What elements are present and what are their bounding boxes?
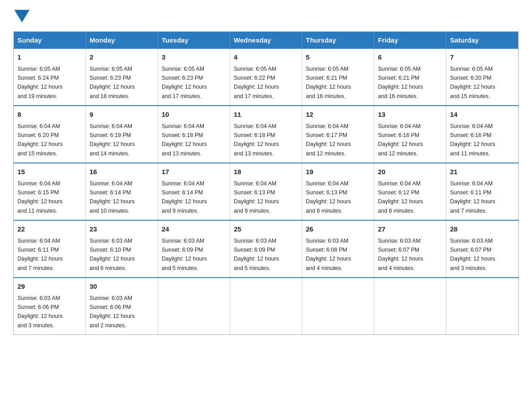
day-info: Sunrise: 6:04 AMSunset: 6:14 PMDaylight:…	[162, 180, 207, 214]
day-number: 28	[450, 224, 515, 235]
calendar-week-row: 15 Sunrise: 6:04 AMSunset: 6:15 PMDaylig…	[14, 163, 519, 220]
calendar-cell: 16 Sunrise: 6:04 AMSunset: 6:14 PMDaylig…	[86, 163, 158, 220]
calendar-cell: 22 Sunrise: 6:04 AMSunset: 6:11 PMDaylig…	[14, 220, 86, 278]
calendar-cell: 4 Sunrise: 6:05 AMSunset: 6:22 PMDayligh…	[230, 49, 302, 106]
day-info: Sunrise: 6:05 AMSunset: 6:20 PMDaylight:…	[450, 66, 495, 99]
calendar-cell: 8 Sunrise: 6:04 AMSunset: 6:20 PMDayligh…	[14, 106, 86, 163]
calendar-cell: 13 Sunrise: 6:04 AMSunset: 6:16 PMDaylig…	[374, 106, 446, 163]
day-number: 2	[90, 52, 154, 63]
day-info: Sunrise: 6:03 AMSunset: 6:06 PMDaylight:…	[90, 295, 135, 329]
day-info: Sunrise: 6:03 AMSunset: 6:10 PMDaylight:…	[90, 238, 135, 271]
calendar-cell	[230, 278, 302, 335]
day-info: Sunrise: 6:04 AMSunset: 6:11 PMDaylight:…	[17, 238, 63, 271]
calendar-cell: 14 Sunrise: 6:04 AMSunset: 6:16 PMDaylig…	[446, 106, 519, 163]
calendar-cell: 11 Sunrise: 6:04 AMSunset: 6:18 PMDaylig…	[230, 106, 302, 163]
day-number: 3	[162, 52, 226, 63]
day-info: Sunrise: 6:04 AMSunset: 6:17 PMDaylight:…	[306, 123, 351, 157]
day-info: Sunrise: 6:04 AMSunset: 6:18 PMDaylight:…	[234, 123, 279, 157]
calendar-cell: 10 Sunrise: 6:04 AMSunset: 6:18 PMDaylig…	[158, 106, 230, 163]
page-header	[13, 9, 519, 23]
day-info: Sunrise: 6:03 AMSunset: 6:07 PMDaylight:…	[450, 238, 495, 271]
calendar-cell: 1 Sunrise: 6:05 AMSunset: 6:24 PMDayligh…	[14, 49, 86, 106]
day-info: Sunrise: 6:03 AMSunset: 6:06 PMDaylight:…	[17, 295, 63, 329]
day-info: Sunrise: 6:04 AMSunset: 6:16 PMDaylight:…	[450, 123, 495, 157]
calendar-week-row: 29 Sunrise: 6:03 AMSunset: 6:06 PMDaylig…	[14, 278, 519, 335]
day-info: Sunrise: 6:03 AMSunset: 6:07 PMDaylight:…	[378, 238, 423, 271]
calendar-cell	[374, 278, 446, 335]
day-number: 10	[162, 110, 226, 120]
day-number: 14	[450, 110, 515, 120]
calendar-table: SundayMondayTuesdayWednesdayThursdayFrid…	[13, 31, 519, 335]
day-info: Sunrise: 6:04 AMSunset: 6:12 PMDaylight:…	[378, 180, 423, 214]
day-number: 13	[378, 110, 442, 120]
day-number: 24	[162, 224, 226, 235]
weekday-header-thursday: Thursday	[302, 32, 374, 49]
calendar-cell	[446, 278, 519, 335]
day-info: Sunrise: 6:04 AMSunset: 6:18 PMDaylight:…	[162, 123, 207, 157]
day-info: Sunrise: 6:03 AMSunset: 6:08 PMDaylight:…	[306, 238, 351, 271]
day-number: 27	[378, 224, 442, 235]
day-number: 23	[90, 224, 154, 235]
day-info: Sunrise: 6:04 AMSunset: 6:15 PMDaylight:…	[17, 180, 63, 214]
day-number: 12	[306, 110, 370, 120]
day-info: Sunrise: 6:05 AMSunset: 6:23 PMDaylight:…	[90, 66, 135, 99]
day-number: 21	[450, 167, 515, 177]
day-number: 16	[90, 167, 154, 177]
calendar-cell: 3 Sunrise: 6:05 AMSunset: 6:23 PMDayligh…	[158, 49, 230, 106]
day-info: Sunrise: 6:04 AMSunset: 6:13 PMDaylight:…	[306, 180, 351, 214]
day-number: 20	[378, 167, 442, 177]
calendar-week-row: 1 Sunrise: 6:05 AMSunset: 6:24 PMDayligh…	[14, 49, 519, 106]
calendar-cell	[302, 278, 374, 335]
day-number: 19	[306, 167, 370, 177]
day-info: Sunrise: 6:05 AMSunset: 6:21 PMDaylight:…	[306, 66, 351, 99]
day-info: Sunrise: 6:05 AMSunset: 6:21 PMDaylight:…	[378, 66, 423, 99]
calendar-cell: 30 Sunrise: 6:03 AMSunset: 6:06 PMDaylig…	[86, 278, 158, 335]
day-number: 8	[17, 110, 82, 120]
calendar-cell: 2 Sunrise: 6:05 AMSunset: 6:23 PMDayligh…	[86, 49, 158, 106]
day-number: 25	[234, 224, 298, 235]
calendar-cell: 19 Sunrise: 6:04 AMSunset: 6:13 PMDaylig…	[302, 163, 374, 220]
calendar-cell: 23 Sunrise: 6:03 AMSunset: 6:10 PMDaylig…	[86, 220, 158, 278]
calendar-cell: 5 Sunrise: 6:05 AMSunset: 6:21 PMDayligh…	[302, 49, 374, 106]
calendar-week-row: 22 Sunrise: 6:04 AMSunset: 6:11 PMDaylig…	[14, 220, 519, 278]
calendar-cell: 20 Sunrise: 6:04 AMSunset: 6:12 PMDaylig…	[374, 163, 446, 220]
calendar-cell: 18 Sunrise: 6:04 AMSunset: 6:13 PMDaylig…	[230, 163, 302, 220]
weekday-header-wednesday: Wednesday	[230, 32, 302, 49]
day-info: Sunrise: 6:04 AMSunset: 6:11 PMDaylight:…	[450, 180, 495, 214]
weekday-header-saturday: Saturday	[446, 32, 519, 49]
day-info: Sunrise: 6:04 AMSunset: 6:19 PMDaylight:…	[90, 123, 135, 157]
day-number: 9	[90, 110, 154, 120]
day-info: Sunrise: 6:04 AMSunset: 6:13 PMDaylight:…	[234, 180, 279, 214]
calendar-cell: 17 Sunrise: 6:04 AMSunset: 6:14 PMDaylig…	[158, 163, 230, 220]
calendar-cell: 6 Sunrise: 6:05 AMSunset: 6:21 PMDayligh…	[374, 49, 446, 106]
calendar-cell: 27 Sunrise: 6:03 AMSunset: 6:07 PMDaylig…	[374, 220, 446, 278]
calendar-cell: 26 Sunrise: 6:03 AMSunset: 6:08 PMDaylig…	[302, 220, 374, 278]
day-number: 4	[234, 52, 298, 63]
svg-marker-0	[14, 10, 30, 22]
day-info: Sunrise: 6:05 AMSunset: 6:23 PMDaylight:…	[162, 66, 207, 99]
calendar-cell: 28 Sunrise: 6:03 AMSunset: 6:07 PMDaylig…	[446, 220, 519, 278]
day-info: Sunrise: 6:05 AMSunset: 6:24 PMDaylight:…	[17, 66, 63, 99]
logo	[13, 9, 30, 23]
day-number: 29	[17, 282, 82, 292]
calendar-cell: 15 Sunrise: 6:04 AMSunset: 6:15 PMDaylig…	[14, 163, 86, 220]
calendar-cell	[158, 278, 230, 335]
day-number: 6	[378, 52, 442, 63]
day-number: 1	[17, 52, 82, 63]
calendar-cell: 21 Sunrise: 6:04 AMSunset: 6:11 PMDaylig…	[446, 163, 519, 220]
day-number: 18	[234, 167, 298, 177]
day-number: 11	[234, 110, 298, 120]
weekday-header-friday: Friday	[374, 32, 446, 49]
calendar-week-row: 8 Sunrise: 6:04 AMSunset: 6:20 PMDayligh…	[14, 106, 519, 163]
weekday-header-tuesday: Tuesday	[158, 32, 230, 49]
logo-triangle-icon	[14, 10, 30, 23]
weekday-header-sunday: Sunday	[14, 32, 86, 49]
day-info: Sunrise: 6:05 AMSunset: 6:22 PMDaylight:…	[234, 66, 279, 99]
calendar-cell: 25 Sunrise: 6:03 AMSunset: 6:09 PMDaylig…	[230, 220, 302, 278]
calendar-cell: 12 Sunrise: 6:04 AMSunset: 6:17 PMDaylig…	[302, 106, 374, 163]
day-info: Sunrise: 6:04 AMSunset: 6:16 PMDaylight:…	[378, 123, 423, 157]
day-number: 5	[306, 52, 370, 63]
calendar-cell: 24 Sunrise: 6:03 AMSunset: 6:09 PMDaylig…	[158, 220, 230, 278]
calendar-cell: 29 Sunrise: 6:03 AMSunset: 6:06 PMDaylig…	[14, 278, 86, 335]
day-info: Sunrise: 6:04 AMSunset: 6:14 PMDaylight:…	[90, 180, 135, 214]
